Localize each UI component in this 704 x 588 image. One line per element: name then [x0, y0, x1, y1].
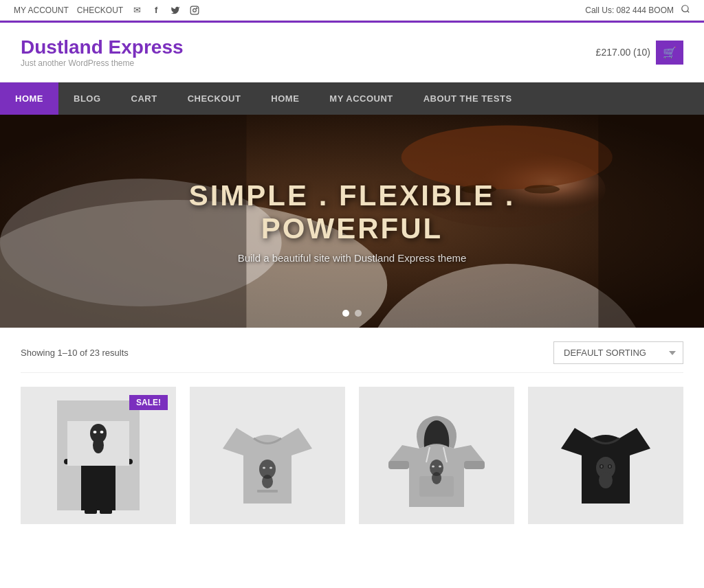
svg-point-32: [263, 467, 265, 469]
search-icon[interactable]: [681, 4, 690, 16]
call-us-text: Call Us: 082 444 BOOM: [585, 5, 674, 15]
site-tagline: Just another WordPress theme: [21, 58, 184, 68]
sale-badge-1: SALE!: [129, 395, 168, 410]
svg-point-40: [432, 466, 434, 468]
svg-rect-29: [100, 500, 112, 514]
nav-item-checkout[interactable]: CHECKOUT: [173, 82, 256, 115]
cart-amount: £217.00 (10): [596, 47, 650, 58]
product-card-2[interactable]: [190, 387, 345, 524]
top-bar: MY ACCOUNT CHECKOUT ✉ f Call Us: 082 444…: [0, 0, 704, 21]
nav-item-my-account[interactable]: MY ACCOUNT: [314, 82, 408, 115]
hero-subtitle: Build a beautiful site with Dustland Exp…: [176, 252, 528, 264]
cart-button[interactable]: 🛒: [656, 41, 683, 65]
svg-point-41: [439, 466, 441, 468]
top-bar-right: Call Us: 082 444 BOOM: [585, 4, 690, 16]
svg-point-31: [262, 475, 273, 488]
site-title: Dustland Express: [21, 36, 184, 58]
svg-point-25: [93, 437, 104, 453]
product-image-3: [359, 387, 514, 524]
svg-point-48: [601, 465, 603, 468]
hero-section: SIMPLE . FLEXIBLE . POWERFUL Build a bea…: [0, 115, 704, 328]
product-card-1[interactable]: SALE!: [21, 387, 176, 524]
top-bar-left: MY ACCOUNT CHECKOUT ✉ f: [14, 5, 200, 16]
sort-select[interactable]: DEFAULT SORTING Sort by popularity Sort …: [553, 341, 683, 364]
checkout-link-top[interactable]: CHECKOUT: [77, 5, 123, 15]
site-logo[interactable]: Dustland Express Just another WordPress …: [21, 36, 184, 68]
svg-point-10: [525, 185, 560, 193]
svg-rect-28: [85, 500, 97, 514]
hero-content: SIMPLE . FLEXIBLE . POWERFUL Build a bea…: [176, 179, 528, 264]
nav-item-cart[interactable]: CART: [116, 82, 173, 115]
svg-point-49: [609, 465, 611, 468]
nav-item-blog[interactable]: BLOG: [58, 82, 116, 115]
hero-dots: [342, 310, 362, 317]
svg-point-26: [94, 431, 97, 433]
facebook-icon: f: [151, 5, 162, 16]
product-card-3[interactable]: [359, 387, 514, 524]
svg-line-4: [688, 11, 690, 13]
product-card-4[interactable]: [528, 387, 683, 524]
my-account-link[interactable]: MY ACCOUNT: [14, 5, 69, 15]
svg-rect-43: [464, 461, 485, 469]
header-cart: £217.00 (10) 🛒: [596, 41, 683, 65]
main-nav: HOME BLOG CART CHECKOUT HOME MY ACCOUNT …: [0, 82, 704, 115]
svg-point-3: [682, 5, 688, 12]
svg-point-39: [432, 472, 441, 484]
svg-point-33: [270, 467, 272, 469]
svg-point-1: [193, 8, 197, 12]
svg-rect-34: [257, 490, 278, 493]
svg-rect-14: [598, 115, 704, 328]
instagram-icon: [189, 5, 200, 16]
results-count: Showing 1–10 of 23 results: [21, 348, 129, 358]
hero-title: SIMPLE . FLEXIBLE . POWERFUL: [176, 179, 528, 245]
nav-item-home[interactable]: HOME: [0, 82, 58, 115]
products-section: Showing 1–10 of 23 results DEFAULT SORTI…: [0, 328, 704, 538]
svg-point-45: [599, 472, 613, 488]
hero-dot-1[interactable]: [342, 310, 349, 317]
svg-rect-42: [388, 461, 409, 469]
product-image-4: [528, 387, 683, 524]
product-image-2: [190, 387, 345, 524]
product-grid: SALE!: [21, 387, 683, 524]
sort-wrapper: DEFAULT SORTING Sort by popularity Sort …: [553, 341, 683, 364]
nav-item-home2[interactable]: HOME: [256, 82, 314, 115]
products-bar: Showing 1–10 of 23 results DEFAULT SORTI…: [21, 341, 683, 373]
hero-dot-2[interactable]: [355, 310, 362, 317]
svg-point-2: [197, 8, 197, 8]
svg-rect-0: [190, 6, 199, 14]
nav-item-about-tests[interactable]: ABOUT THE TESTS: [408, 82, 527, 115]
twitter-icon: [170, 5, 181, 16]
site-header: Dustland Express Just another WordPress …: [0, 23, 704, 82]
email-icon: ✉: [131, 5, 142, 16]
svg-point-27: [100, 431, 104, 433]
